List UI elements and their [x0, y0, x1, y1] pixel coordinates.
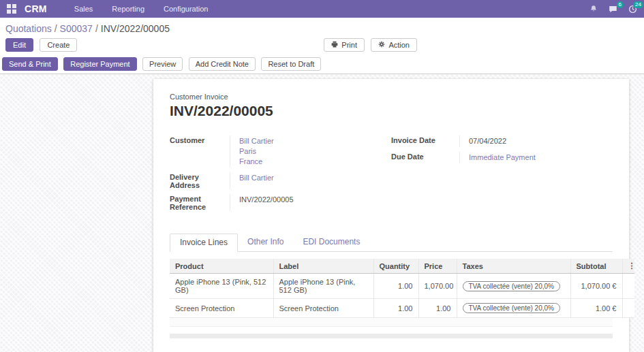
menu-configuration[interactable]: Configuration: [154, 5, 217, 13]
col-label[interactable]: Label: [273, 259, 373, 274]
top-navbar: CRM Sales Reporting Configuration 6 24: [0, 0, 644, 18]
breadcrumb-current: INV/2022/00005: [101, 23, 170, 34]
control-panel: Quotations/S00037/INV/2022/00005 Edit Cr…: [0, 18, 644, 74]
section-divider: [170, 334, 613, 338]
col-quantity[interactable]: Quantity: [373, 259, 418, 274]
invoice-date-field: Invoice Date 07/04/2022: [391, 135, 613, 147]
col-subtotal[interactable]: Subtotal: [570, 259, 622, 274]
untaxed-amount-row: Untaxed Amount: 1,071.00 €: [453, 349, 613, 352]
field-groups: Customer Bill Cartier Paris France Deliv…: [170, 135, 613, 216]
payment-terms-link[interactable]: Immediate Payment: [469, 153, 536, 161]
activities-clock-icon[interactable]: 24: [628, 5, 637, 14]
table-row[interactable]: Apple iPhone 13 (Pink, 512 GB) Apple iPh…: [170, 274, 634, 299]
table-row[interactable]: Screen Protection Screen Protection 1.00…: [170, 299, 634, 318]
document-type-label: Customer Invoice: [170, 93, 613, 101]
preview-button[interactable]: Preview: [142, 57, 183, 71]
add-credit-note-button[interactable]: Add Credit Note: [189, 57, 256, 71]
breadcrumb: Quotations/S00037/INV/2022/00005: [0, 18, 644, 36]
action-button-row: Edit Create Print Action: [0, 36, 644, 55]
invoice-sheet: Customer Invoice INV/2022/00005 Customer…: [153, 79, 629, 352]
register-payment-button[interactable]: Register Payment: [63, 57, 136, 71]
invoice-lines-table: Product Label Quantity Price Taxes Subto…: [170, 259, 634, 318]
app-name[interactable]: CRM: [25, 3, 47, 14]
due-date-field: Due Date Immediate Payment: [391, 152, 613, 163]
empty-table-row: [170, 318, 613, 327]
tax-badge: TVA collectée (vente) 20,0%: [463, 303, 560, 313]
delivery-address-link[interactable]: Bill Cartier: [239, 174, 274, 182]
create-button[interactable]: Create: [40, 38, 77, 52]
customer-link[interactable]: Bill Cartier: [239, 137, 274, 145]
gear-icon: [378, 41, 385, 49]
tab-edi-documents[interactable]: EDI Documents: [293, 234, 369, 252]
action-button[interactable]: Action: [371, 38, 417, 52]
reset-to-draft-button[interactable]: Reset to Draft: [261, 57, 321, 71]
field-group-right: Invoice Date 07/04/2022 Due Date Immedia…: [391, 135, 613, 216]
delivery-address-field: Delivery Address Bill Cartier: [170, 172, 391, 189]
messages-badge: 6: [617, 1, 624, 8]
menu-sales[interactable]: Sales: [65, 5, 103, 13]
edit-button[interactable]: Edit: [5, 38, 33, 52]
menu-reporting[interactable]: Reporting: [102, 5, 154, 13]
col-taxes[interactable]: Taxes: [457, 259, 570, 274]
field-group-left: Customer Bill Cartier Paris France Deliv…: [170, 135, 391, 216]
activities-badge: 24: [633, 1, 643, 8]
print-button[interactable]: Print: [324, 38, 365, 52]
column-toggle-icon[interactable]: ⋮: [622, 259, 634, 274]
totals-panel: Untaxed Amount: 1,071.00 € TVA 20%: 214.…: [453, 349, 613, 352]
messages-icon[interactable]: 6: [609, 5, 617, 14]
terms-conditions: Terms & Conditions: https://www.myeshop.…: [170, 349, 347, 352]
tax-badge: TVA collectée (vente) 20,0%: [463, 281, 560, 291]
customer-field: Customer Bill Cartier Paris France: [170, 135, 391, 167]
printer-icon: [331, 41, 338, 49]
tab-invoice-lines[interactable]: Invoice Lines: [170, 234, 238, 252]
col-product[interactable]: Product: [170, 259, 273, 274]
payment-reference-field: Payment Reference INV/2022/00005: [170, 194, 391, 211]
breadcrumb-quotations[interactable]: Quotations: [5, 23, 52, 34]
col-price[interactable]: Price: [418, 259, 457, 274]
content-area: Customer Invoice INV/2022/00005 Customer…: [0, 74, 644, 352]
tab-other-info[interactable]: Other Info: [238, 234, 293, 252]
send-print-button[interactable]: Send & Print: [2, 57, 58, 71]
page-title: INV/2022/00005: [170, 103, 613, 119]
customer-country: France: [239, 157, 262, 165]
notifications-bell-icon[interactable]: [589, 5, 598, 13]
breadcrumb-s00037[interactable]: S00037: [60, 23, 93, 34]
customer-city: Paris: [239, 147, 256, 155]
status-bar: Send & Print Register Payment Preview Ad…: [0, 55, 644, 74]
table-header-row: Product Label Quantity Price Taxes Subto…: [170, 259, 634, 274]
notebook-tabs: Invoice Lines Other Info EDI Documents: [170, 234, 613, 252]
apps-menu-icon[interactable]: [7, 4, 16, 14]
